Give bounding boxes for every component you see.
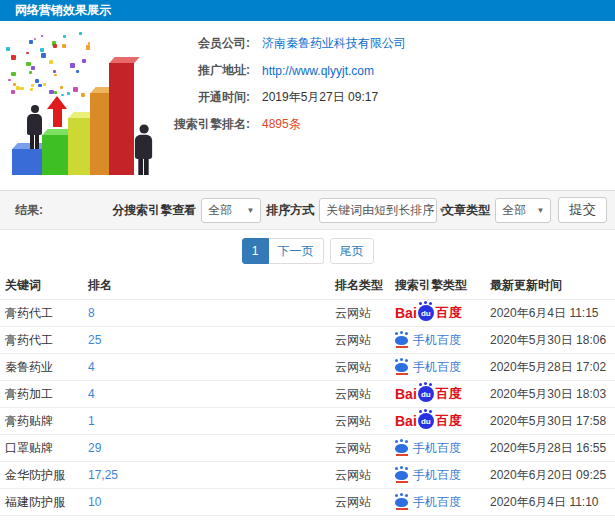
keyword-cell: 膏药加工 xyxy=(0,386,83,403)
header-keyword: 关键词 xyxy=(0,277,83,294)
baidu-logo-du-text: du xyxy=(421,309,431,318)
updated-cell: 2020年6月4日 11:15 xyxy=(487,305,615,322)
confetti-dot xyxy=(70,63,75,68)
promo-url-row: 推广地址: http://www.qlyyjt.com xyxy=(168,57,615,84)
confetti-dot xyxy=(79,32,82,35)
keyword-cell: 福建防护服 xyxy=(0,494,83,511)
rank-link[interactable]: 1 xyxy=(88,414,95,428)
member-info-section: 会员公司: 济南秦鲁药业科技有限公司 推广地址: http://www.qlyy… xyxy=(0,21,615,190)
mobile-baidu-paw-icon xyxy=(395,498,408,507)
confetti-dot xyxy=(67,92,70,95)
mobile-baidu-paw-icon xyxy=(395,444,408,453)
baidu-logo-bai-text: Bai xyxy=(395,305,417,321)
article-type-select[interactable]: 全部 ▼ xyxy=(495,198,551,223)
confetti-dot xyxy=(73,87,78,92)
chevron-down-icon: ▼ xyxy=(246,206,254,215)
confetti-dot xyxy=(53,44,56,47)
confetti-dot xyxy=(6,47,10,51)
confetti-dot xyxy=(16,86,20,90)
mobile-baidu-underline xyxy=(396,508,408,510)
rank-type-cell: 云网站 xyxy=(335,440,390,457)
rank-link[interactable]: 25 xyxy=(88,333,101,347)
engine-cell: 手机百度 xyxy=(390,332,487,349)
confetti-dot xyxy=(26,52,29,55)
results-table: 关键词 排名 排名类型 搜索引擎类型 最新更新时间 膏药代工8云网站Baidu百… xyxy=(0,272,615,520)
confetti-dot xyxy=(63,35,66,38)
table-row: 手机百度 xyxy=(0,516,615,520)
table-row: 膏药加工4云网站Baidu百度2020年5月30日 18:03 xyxy=(0,381,615,408)
updated-cell: 2020年6月4日 11:10 xyxy=(487,494,615,511)
confetti-dot xyxy=(30,88,33,91)
rank-type-cell: 云网站 xyxy=(335,467,390,484)
member-company-label: 会员公司: xyxy=(168,35,250,52)
page-button-1[interactable]: 1 xyxy=(242,238,269,264)
table-header-row: 关键词 排名 排名类型 搜索引擎类型 最新更新时间 xyxy=(0,272,615,300)
confetti-dot xyxy=(49,90,53,94)
rank-link[interactable]: 4 xyxy=(88,360,95,374)
rank-link[interactable]: 17,25 xyxy=(88,468,118,482)
businessman-figure-left xyxy=(27,105,42,149)
rank-link[interactable]: 10 xyxy=(88,495,101,509)
baidu-paw-icon: du xyxy=(418,413,434,429)
confetti-dot xyxy=(43,83,46,86)
confetti-dot xyxy=(11,72,15,76)
confetti-dot xyxy=(20,87,24,91)
confetti-dot xyxy=(53,70,56,73)
submit-button[interactable]: 提交 xyxy=(558,197,607,223)
baidu-logo-bai-text: Bai xyxy=(395,386,417,402)
rank-link[interactable]: 29 xyxy=(88,441,101,455)
rank-type-cell: 云网站 xyxy=(335,494,390,511)
baidu-logo-du-text: du xyxy=(421,390,431,399)
confetti-dot xyxy=(62,44,66,48)
chevron-down-icon: ▼ xyxy=(536,206,544,215)
rank-cell: 8 xyxy=(83,306,335,320)
confetti-dot xyxy=(49,60,53,64)
results-label: 结果: xyxy=(15,202,43,219)
sort-select[interactable]: 关键词由短到长排序 ▼ xyxy=(319,198,437,223)
mobile-baidu-icon xyxy=(395,332,408,348)
table-row: 膏药代工8云网站Baidu百度2020年6月4日 11:15 xyxy=(0,300,615,327)
keyword-cell: 膏药贴牌 xyxy=(0,413,83,430)
mobile-baidu-underline xyxy=(396,346,408,348)
rank-type-cell: 云网站 xyxy=(335,386,390,403)
confetti-dot xyxy=(40,48,44,52)
businessman-figure-right xyxy=(135,124,152,175)
confetti-dot xyxy=(29,40,33,44)
table-row: 福建防护服10云网站手机百度2020年6月4日 11:10 xyxy=(0,489,615,516)
mobile-baidu-underline xyxy=(396,373,408,375)
rank-link[interactable]: 8 xyxy=(88,306,95,320)
confetti-dot xyxy=(11,55,16,60)
table-row: 口罩贴牌29云网站手机百度2020年5月28日 16:55 xyxy=(0,435,615,462)
mobile-baidu-paw-icon xyxy=(395,471,408,480)
engine-rank-count: 4895条 xyxy=(262,116,301,133)
last-page-button[interactable]: 尾页 xyxy=(330,238,374,264)
confetti-dot xyxy=(76,70,79,73)
rank-cell: 17,25 xyxy=(83,468,335,482)
mobile-baidu-paw-icon xyxy=(395,363,408,372)
rank-type-cell: 云网站 xyxy=(335,413,390,430)
rank-link[interactable]: 4 xyxy=(88,387,95,401)
mobile-baidu-label: 手机百度 xyxy=(413,332,461,349)
engine-view-select[interactable]: 全部 ▼ xyxy=(201,198,261,223)
article-type-filter-label: 文章类型 xyxy=(442,202,490,219)
confetti-dot xyxy=(41,35,44,38)
member-company-link[interactable]: 济南秦鲁药业科技有限公司 xyxy=(262,35,406,52)
baidu-logo-cn-text: 百度 xyxy=(436,385,462,403)
confetti-dot xyxy=(26,62,31,67)
rank-cell: 4 xyxy=(83,387,335,401)
mobile-baidu-icon xyxy=(395,440,408,456)
chart-bar-green xyxy=(42,135,71,175)
promo-url-link[interactable]: http://www.qlyyjt.com xyxy=(262,64,374,78)
pagination: 1 下一页 尾页 xyxy=(0,230,615,272)
mobile-baidu-label: 手机百度 xyxy=(413,440,461,457)
confetti-dot xyxy=(60,86,63,89)
updated-cell: 2020年5月28日 17:02 xyxy=(487,359,615,376)
next-page-button[interactable]: 下一页 xyxy=(269,238,324,264)
baidu-logo-bai-text: Bai xyxy=(395,413,417,429)
engine-cell: Baidu百度 xyxy=(390,385,487,403)
confetti-dot xyxy=(81,93,85,97)
mobile-baidu-icon xyxy=(395,359,408,375)
sort-selected-value: 关键词由短到长排序 xyxy=(326,202,434,219)
confetti-dot xyxy=(82,59,86,63)
header-engine-type: 搜索引擎类型 xyxy=(390,277,487,294)
